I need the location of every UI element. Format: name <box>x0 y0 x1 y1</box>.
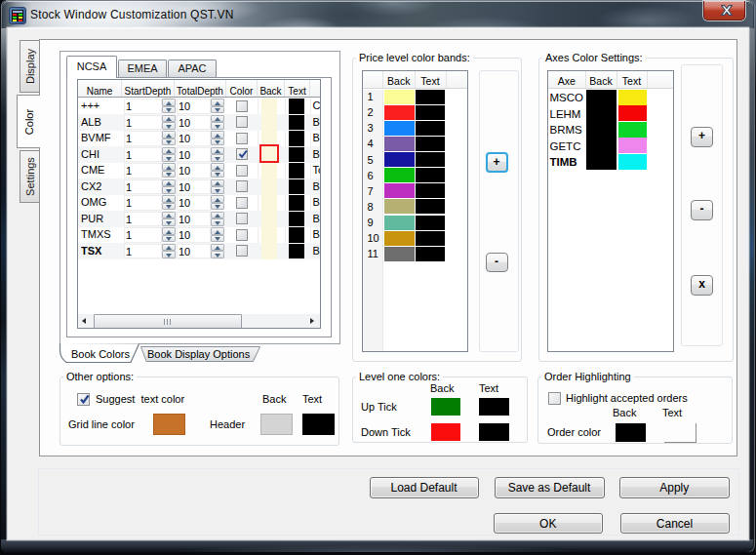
svg-text:Book Colors: Book Colors <box>71 348 130 360</box>
svg-text:Book Display Options: Book Display Options <box>147 348 251 360</box>
